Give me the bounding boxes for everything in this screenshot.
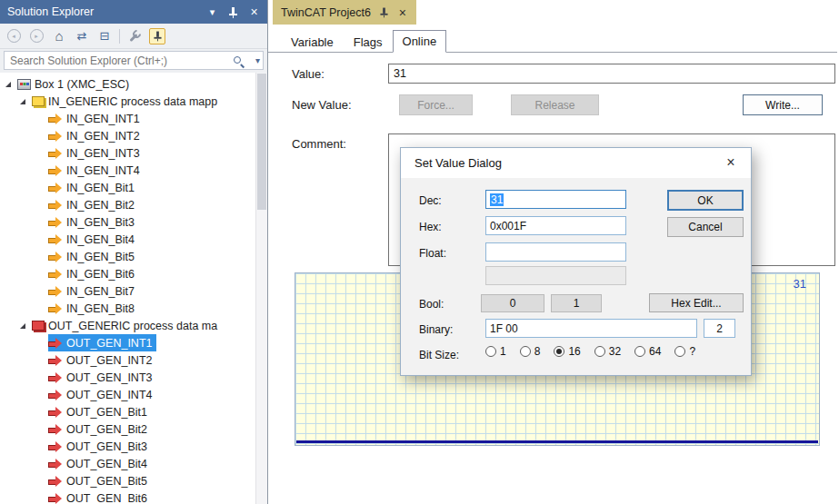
tree-item[interactable]: IN_GEN_Bit4	[0, 231, 255, 248]
bool-zero-button[interactable]: 0	[481, 294, 544, 312]
bit-size-radio-?[interactable]: ?	[674, 345, 695, 358]
pin-icon[interactable]	[379, 7, 388, 18]
float-input[interactable]	[485, 242, 626, 262]
string-input-disabled	[485, 266, 626, 285]
out-leaf-icon	[48, 355, 63, 366]
tree-item-label: IN_GEN_Bit8	[66, 302, 135, 315]
tree-item-label: OUT_GEN_INT1	[66, 337, 152, 350]
close-icon[interactable]	[397, 7, 408, 18]
solution-explorer-titlebar[interactable]: Solution Explorer	[0, 0, 267, 24]
radio-icon	[634, 346, 645, 357]
expand-arrow-icon[interactable]	[4, 79, 15, 90]
tab-twincat-project6[interactable]: TwinCAT Project6	[273, 0, 416, 25]
hex-input[interactable]: 0x001F	[485, 216, 626, 235]
tree-item[interactable]: OUT_GEN_Bit6	[0, 489, 255, 504]
bool-label: Bool:	[419, 298, 444, 311]
tree-item[interactable]: IN_GEN_Bit3	[0, 213, 255, 231]
binary-value-text: 1F 00	[490, 322, 518, 335]
chart-current-value: 31	[794, 277, 806, 291]
tree-item-label: Box 1 (XMC_ESC)	[35, 78, 129, 91]
window-position-icon[interactable]	[206, 6, 218, 18]
tree-item[interactable]: IN_GEN_INT2	[0, 127, 255, 144]
tree-item[interactable]: IN_GEN_Bit6	[0, 265, 255, 282]
tree-item[interactable]: IN_GEN_INT4	[0, 162, 255, 179]
document-tab-bar: TwinCAT Project6	[268, 0, 839, 25]
dec-label: Dec:	[419, 194, 442, 207]
close-icon[interactable]	[711, 148, 751, 177]
tree-item[interactable]: IN_GEN_Bit1	[0, 179, 255, 196]
dec-input[interactable]: 31	[485, 190, 626, 209]
tab-variable[interactable]: Variable	[281, 31, 344, 52]
byte-count-input[interactable]: 2	[704, 319, 735, 338]
float-label: Float:	[419, 247, 446, 260]
expand-arrow-icon[interactable]	[18, 96, 29, 107]
force-button[interactable]: Force...	[399, 94, 473, 115]
tree-item[interactable]: OUT_GEN_INT2	[0, 351, 255, 369]
binary-input[interactable]: 1F 00	[485, 319, 697, 338]
tree-scrollbar[interactable]	[255, 73, 267, 504]
tree-item[interactable]: OUT_GEN_Bit5	[0, 472, 255, 489]
out-leaf-icon	[48, 424, 63, 435]
home-icon[interactable]	[51, 28, 67, 44]
close-icon[interactable]	[248, 6, 260, 18]
bit-size-radio-8[interactable]: 8	[520, 345, 541, 358]
pin-icon[interactable]	[228, 6, 238, 18]
bit-size-radio-1[interactable]: 1	[485, 345, 506, 358]
tab-flags[interactable]: Flags	[344, 31, 393, 52]
collapse-all-icon[interactable]	[96, 28, 113, 44]
tree-item[interactable]: OUT_GEN_Bit3	[0, 438, 255, 455]
tree-item-label: IN_GEN_Bit3	[66, 216, 135, 229]
tree-item-label: OUT_GEN_Bit1	[66, 406, 147, 419]
bit-size-radio-16[interactable]: 16	[554, 345, 580, 358]
tree-item[interactable]: OUT_GEN_Bit4	[0, 455, 255, 472]
in-leaf-icon	[48, 131, 63, 142]
cancel-button[interactable]: Cancel	[667, 217, 744, 237]
tree-item-label: IN_GEN_Bit5	[66, 251, 135, 263]
search-input[interactable]	[4, 51, 264, 70]
tree-item[interactable]: OUT_GEN_INT1	[0, 334, 255, 351]
tree-item[interactable]: IN_GEN_Bit8	[0, 300, 255, 317]
tree-item[interactable]: IN_GEN_Bit2	[0, 196, 255, 213]
ok-button[interactable]: OK	[667, 190, 744, 211]
tree-item[interactable]: OUT_GENERIC process data ma	[0, 317, 255, 334]
tree-item[interactable]: OUT_GEN_INT4	[0, 386, 255, 403]
out-leaf-icon	[48, 338, 63, 349]
value-input[interactable]: 31	[388, 64, 835, 84]
write-button[interactable]: Write...	[743, 94, 823, 115]
release-button[interactable]: Release	[511, 94, 599, 115]
tree-item[interactable]: IN_GEN_Bit7	[0, 282, 255, 300]
tree-item[interactable]: Box 1 (XMC_ESC)	[0, 75, 255, 93]
properties-wrench-icon[interactable]	[126, 28, 143, 44]
scrollbar-thumb[interactable]	[257, 74, 266, 210]
bool-one-button[interactable]: 1	[551, 294, 602, 312]
tree-item[interactable]: OUT_GEN_Bit2	[0, 420, 255, 438]
tree-item[interactable]: OUT_GEN_INT3	[0, 369, 255, 386]
device-icon	[17, 79, 31, 90]
tree-item-label: OUT_GEN_Bit4	[66, 458, 147, 470]
hex-edit-button[interactable]: Hex Edit...	[649, 293, 744, 312]
online-tabs: VariableFlagsOnline	[268, 25, 837, 53]
tree-item[interactable]: IN_GEN_Bit5	[0, 248, 255, 265]
expand-arrow-icon[interactable]	[18, 321, 29, 331]
bit-size-radio-64[interactable]: 64	[634, 345, 661, 358]
tree-item-label: IN_GEN_Bit7	[66, 285, 135, 298]
in-leaf-icon	[48, 303, 63, 314]
back-icon[interactable]	[5, 28, 22, 44]
dialog-titlebar[interactable]: Set Value Dialog	[401, 148, 751, 178]
bit-size-radio-32[interactable]: 32	[594, 345, 621, 358]
tree-item-label: OUT_GEN_Bit3	[66, 440, 147, 453]
out-leaf-icon	[48, 476, 63, 487]
search-options-icon[interactable]	[255, 55, 260, 65]
tree-item-label: IN_GEN_Bit4	[66, 233, 135, 246]
sync-with-active-document-icon[interactable]	[74, 28, 90, 44]
tree-item[interactable]: IN_GEN_INT1	[0, 110, 255, 127]
in-leaf-icon	[48, 148, 63, 159]
tree-item[interactable]: IN_GENERIC process data mapp	[0, 93, 255, 110]
out-leaf-icon	[48, 407, 63, 418]
tree-item[interactable]: OUT_GEN_Bit1	[0, 403, 255, 420]
forward-icon[interactable]	[28, 28, 45, 44]
search-icon[interactable]	[234, 56, 244, 66]
preview-selected-items-icon[interactable]	[149, 28, 165, 44]
tab-online[interactable]: Online	[393, 30, 447, 53]
tree-item[interactable]: IN_GEN_INT3	[0, 144, 255, 162]
